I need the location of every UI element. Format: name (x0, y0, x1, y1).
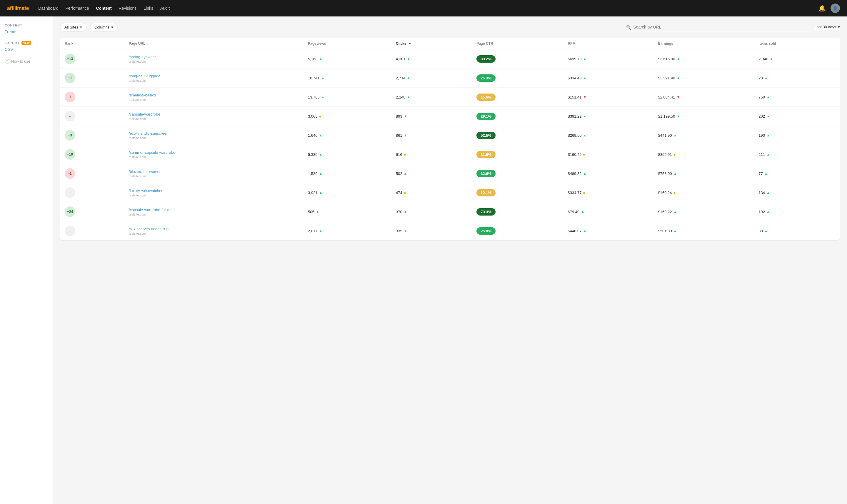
clicks-value: 474 (396, 191, 402, 195)
nav-dashboard[interactable]: Dashboard (38, 6, 58, 11)
ctr-badge: 15.6% (476, 93, 495, 101)
sidebar-csv[interactable]: CSV (5, 47, 48, 52)
table-row[interactable]: - /capsule-wardrobe testsite.com 3,066 ◆… (60, 107, 840, 126)
col-earnings[interactable]: Earnings (653, 38, 754, 49)
sidebar-help[interactable]: ? How to use (5, 59, 48, 64)
earnings-value: $3,591.40 (658, 76, 675, 80)
rpm-cell: $269.50 ▲ (563, 126, 653, 145)
url-cell: /silk-scarves-under-200 testsite.com (124, 221, 303, 240)
items-sold-value: 190 (758, 133, 765, 138)
table-row[interactable]: +13 /spring-eyewear testsite.com 5,168 ▲… (60, 49, 840, 69)
page-url-domain: testsite.com (129, 194, 299, 197)
url-cell: /long-haul-luggage testsite.com (124, 69, 303, 88)
table-row[interactable]: +1 /long-haul-luggage testsite.com 10,74… (60, 69, 840, 88)
rpm-value: $391.22 (567, 114, 581, 119)
ctr-cell: 15.6% (472, 88, 563, 107)
pageviews-value: 10,741 (308, 76, 320, 80)
pageviews-cell: 505 ▲ (303, 202, 391, 221)
trend-up-icon: ▲ (321, 95, 325, 99)
items-sold-value: 750 (758, 95, 765, 100)
chevron-down-icon-3: ▾ (838, 25, 840, 29)
date-range-button[interactable]: Last 30 days ▾ (814, 25, 840, 30)
brand-text: affilimate (7, 5, 29, 11)
bell-icon[interactable]: 🔔 (818, 5, 826, 12)
all-sites-dropdown[interactable]: All Sites ▾ (60, 23, 87, 32)
rank-badge: - (65, 226, 75, 236)
ctr-badge: 25.3% (476, 74, 495, 82)
trend-up-icon: ▲ (404, 229, 407, 233)
page-url-link[interactable]: /eco-friendly-sunscreen (129, 131, 299, 136)
table-row[interactable]: - /luxury-wristwatches testsite.com 3,92… (60, 183, 840, 202)
clicks-cell: 2,148 ▲ (391, 88, 472, 107)
trend-up-icon: ▲ (407, 76, 411, 80)
trend-up-icon: ▲ (404, 210, 407, 214)
nav-audit[interactable]: Audit (160, 6, 170, 11)
page-url-link[interactable]: /summer-capsule-wardrobe (129, 150, 299, 155)
nav-revisions[interactable]: Revisions (119, 6, 137, 11)
ctr-badge: 29.1% (476, 113, 495, 120)
pageviews-value: 2,017 (308, 229, 318, 233)
sidebar-trends[interactable]: Trends (5, 30, 48, 34)
earnings-cell: $2,084.41 ▼ (653, 88, 754, 107)
page-url-link[interactable]: /spring-eyewear (129, 55, 299, 59)
nav-content[interactable]: Content (96, 6, 112, 11)
page-url-link[interactable]: /capsule-wardrobe-for-men (129, 208, 299, 212)
brand-logo[interactable]: affilimate (7, 5, 29, 12)
rank-cell: - (60, 221, 124, 240)
table-row[interactable]: +24 /capsule-wardrobe-for-men testsite.c… (60, 202, 840, 221)
table-row[interactable]: -1 /blazers-for-women testsite.com 1,539… (60, 164, 840, 183)
items-sold-cell: 28 ▲ (754, 69, 840, 88)
page-url-link[interactable]: /timeless-basics (129, 93, 299, 97)
columns-dropdown[interactable]: Columns ▾ (90, 23, 118, 32)
page-url-link[interactable]: /long-haul-luggage (129, 74, 299, 78)
nav-links-item[interactable]: Links (144, 6, 153, 11)
ctr-badge: 73.3% (476, 208, 495, 216)
col-ctr[interactable]: Page CTR (472, 38, 563, 49)
table-row[interactable]: -1 /timeless-basics testsite.com 13,766 … (60, 88, 840, 107)
page-url-domain: testsite.com (129, 98, 299, 102)
url-cell: /spring-eyewear testsite.com (124, 49, 303, 69)
page-url-domain: testsite.com (129, 174, 299, 178)
trend-up-icon: ▲ (770, 57, 773, 61)
ctr-badge: 12.1% (476, 189, 495, 196)
col-rpm[interactable]: RPM (563, 38, 653, 49)
items-sold-value: 134 (758, 191, 765, 195)
rank-cell: -1 (60, 88, 124, 107)
rank-cell: +24 (60, 202, 124, 221)
trend-down-icon: ▼ (583, 95, 587, 99)
page-url-link[interactable]: /silk-scarves-under-200 (129, 227, 299, 231)
search-input[interactable] (623, 22, 811, 32)
trend-flat-icon: ◆ (583, 191, 585, 194)
earnings-cell: $753.00 ▲ (653, 164, 754, 183)
clicks-cell: 861 ▲ (391, 126, 472, 145)
trend-down-icon: ▼ (677, 95, 680, 99)
page-url-link[interactable]: /capsule-wardrobe (129, 112, 299, 116)
trend-up-icon: ▲ (319, 229, 323, 233)
col-clicks[interactable]: Clicks ▼ (391, 38, 472, 49)
earnings-value: $160.22 (658, 210, 672, 214)
nav-performance[interactable]: Performance (66, 6, 89, 11)
table-body: +13 /spring-eyewear testsite.com 5,168 ▲… (60, 49, 840, 240)
ctr-cell: 25.8% (472, 221, 563, 240)
trend-flat-icon: ◆ (673, 191, 676, 194)
pageviews-cell: 1,539 ▲ (303, 164, 391, 183)
table-row[interactable]: - /silk-scarves-under-200 testsite.com 2… (60, 221, 840, 240)
col-pageviews[interactable]: Pageviews (303, 38, 391, 49)
rank-badge: +13 (65, 54, 75, 64)
items-sold-cell: 134 ▲ (754, 183, 840, 202)
search-icon: 🔍 (626, 25, 631, 30)
sidebar-content-label: CONTENT (5, 23, 48, 27)
ctr-cell: 12.1% (472, 183, 563, 202)
table-row[interactable]: +19 /summer-capsule-wardrobe testsite.co… (60, 145, 840, 164)
col-items-sold[interactable]: Items sold (754, 38, 840, 49)
page-url-domain: testsite.com (129, 136, 299, 140)
page-url-link[interactable]: /luxury-wristwatches (129, 188, 299, 193)
items-sold-cell: 38 ▲ (754, 221, 840, 240)
clicks-value: 4,301 (396, 57, 406, 61)
rpm-value: $448.07 (567, 229, 581, 233)
page-url-link[interactable]: /blazers-for-women (129, 169, 299, 174)
avatar[interactable]: 👤 (831, 3, 840, 13)
table-row[interactable]: +3 /eco-friendly-sunscreen testsite.com … (60, 126, 840, 145)
rpm-cell: $334.40 ▲ (563, 69, 653, 88)
rpm-value: $334.40 (567, 76, 581, 80)
